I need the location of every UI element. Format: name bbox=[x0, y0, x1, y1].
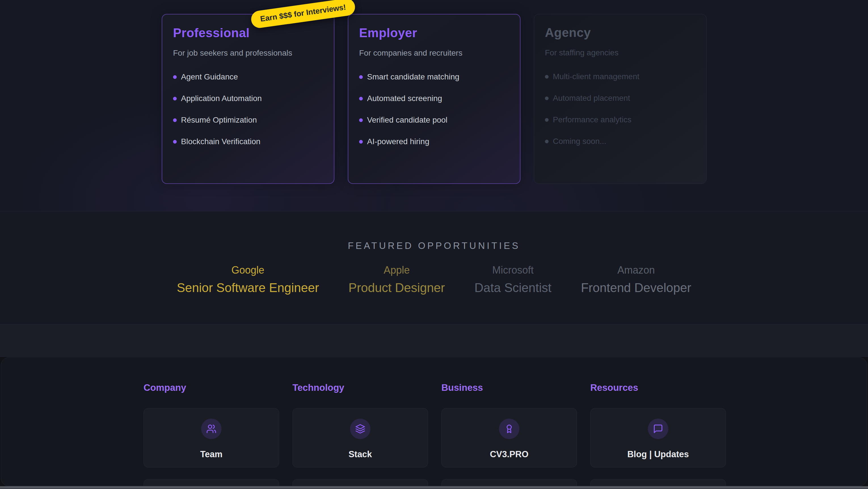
users-icon bbox=[201, 419, 221, 439]
plan-card-professional[interactable]: Professional For job seekers and profess… bbox=[162, 14, 335, 184]
footer-heading: Technology bbox=[292, 382, 428, 393]
bullet-dot-icon bbox=[545, 96, 549, 100]
job-title: Senior Software Engineer bbox=[177, 281, 319, 295]
job-title: Frontend Developer bbox=[581, 281, 691, 295]
bullet-dot-icon bbox=[173, 97, 177, 100]
job-company: Amazon bbox=[581, 264, 691, 276]
featured-job-apple[interactable]: Apple Product Designer bbox=[349, 264, 445, 295]
footer-grid: Company Team Technology bbox=[144, 382, 726, 486]
footer-panel: Company Team Technology bbox=[1, 357, 867, 486]
landing-page: Earn $$$ for Interviews! Professional Fo… bbox=[0, 0, 868, 489]
award-icon bbox=[499, 419, 519, 439]
plan-feature: Agent Guidance bbox=[173, 73, 323, 82]
plan-feature: Blockchain Verification bbox=[173, 137, 323, 146]
footer-section: Company Team Technology bbox=[0, 357, 868, 489]
footer-card-partial[interactable] bbox=[292, 479, 428, 486]
job-company: Apple bbox=[349, 264, 445, 276]
job-title: Data Scientist bbox=[474, 281, 552, 295]
footer-card-cv3pro[interactable]: CV3.PRO bbox=[441, 408, 577, 467]
bullet-dot-icon bbox=[545, 140, 549, 143]
plan-title: Professional bbox=[173, 26, 323, 40]
plan-feature-list: Agent Guidance Application Automation Ré… bbox=[173, 73, 323, 146]
bullet-dot-icon bbox=[173, 140, 177, 144]
footer-column-resources: Resources Blog | Updates bbox=[590, 382, 726, 486]
plan-cards-row: Professional For job seekers and profess… bbox=[162, 14, 707, 184]
plan-feature: Performance analytics bbox=[545, 115, 695, 124]
plan-subtitle: For companies and recruiters bbox=[359, 49, 509, 58]
divider-band bbox=[0, 324, 868, 357]
plan-subtitle: For job seekers and professionals bbox=[173, 49, 323, 58]
plan-feature-list: Multi-client management Automated placem… bbox=[545, 72, 695, 146]
plans-section: Earn $$$ for Interviews! Professional Fo… bbox=[0, 0, 868, 211]
plan-card-employer[interactable]: Employer For companies and recruiters Sm… bbox=[348, 14, 521, 184]
horizontal-scrollbar[interactable] bbox=[0, 486, 868, 489]
job-company: Microsoft bbox=[474, 264, 552, 276]
footer-column-technology: Technology Stack bbox=[292, 382, 428, 486]
plan-feature: Résumé Optimization bbox=[173, 116, 323, 124]
footer-card-partial[interactable] bbox=[144, 479, 279, 486]
plan-feature: Application Automation bbox=[173, 94, 323, 103]
footer-card-label: CV3.PRO bbox=[490, 449, 528, 459]
featured-heading: FEATURED OPPORTUNITIES bbox=[0, 211, 868, 251]
plan-title: Agency bbox=[545, 26, 695, 40]
plan-subtitle: For staffing agencies bbox=[545, 48, 695, 57]
plan-feature-list: Smart candidate matching Automated scree… bbox=[359, 73, 509, 146]
footer-card-label: Team bbox=[200, 449, 223, 459]
plan-feature: Multi-client management bbox=[545, 72, 695, 81]
bullet-dot-icon bbox=[359, 118, 363, 122]
featured-job-google[interactable]: Google Senior Software Engineer bbox=[177, 264, 319, 295]
footer-card-partial[interactable] bbox=[590, 479, 726, 486]
featured-job-amazon[interactable]: Amazon Frontend Developer bbox=[581, 264, 691, 295]
featured-opportunities-section: FEATURED OPPORTUNITIES Google Senior Sof… bbox=[0, 211, 868, 324]
bullet-dot-icon bbox=[545, 118, 549, 122]
chat-icon bbox=[648, 419, 668, 439]
job-company: Google bbox=[177, 264, 319, 276]
bullet-dot-icon bbox=[173, 75, 177, 79]
footer-column-company: Company Team bbox=[144, 382, 279, 486]
featured-jobs-row: Google Senior Software Engineer Apple Pr… bbox=[0, 264, 868, 295]
footer-heading: Company bbox=[144, 382, 279, 393]
footer-card-label: Stack bbox=[349, 449, 372, 459]
bullet-dot-icon bbox=[359, 140, 363, 144]
featured-job-microsoft[interactable]: Microsoft Data Scientist bbox=[474, 264, 552, 295]
bullet-dot-icon bbox=[359, 97, 363, 100]
plan-title: Employer bbox=[359, 26, 509, 40]
bullet-dot-icon bbox=[545, 75, 549, 79]
footer-heading: Business bbox=[441, 382, 577, 393]
layers-icon bbox=[350, 419, 370, 439]
plan-card-agency: Agency For staffing agencies Multi-clien… bbox=[534, 14, 707, 184]
footer-card-team[interactable]: Team bbox=[144, 408, 279, 467]
plan-feature: AI-powered hiring bbox=[359, 137, 509, 146]
footer-card-label: Blog | Updates bbox=[627, 449, 689, 459]
footer-card-blog[interactable]: Blog | Updates bbox=[590, 408, 726, 467]
plan-feature: Automated screening bbox=[359, 94, 509, 103]
footer-card-stack[interactable]: Stack bbox=[292, 408, 428, 467]
plan-feature: Smart candidate matching bbox=[359, 73, 509, 82]
bullet-dot-icon bbox=[359, 75, 363, 79]
footer-heading: Resources bbox=[590, 382, 726, 393]
plan-feature: Verified candidate pool bbox=[359, 116, 509, 124]
plan-feature: Automated placement bbox=[545, 94, 695, 103]
footer-card-partial[interactable] bbox=[441, 479, 577, 486]
footer-column-business: Business CV3.PRO bbox=[441, 382, 577, 486]
plan-feature: Coming soon... bbox=[545, 137, 695, 146]
job-title: Product Designer bbox=[349, 281, 445, 295]
bullet-dot-icon bbox=[173, 118, 177, 122]
